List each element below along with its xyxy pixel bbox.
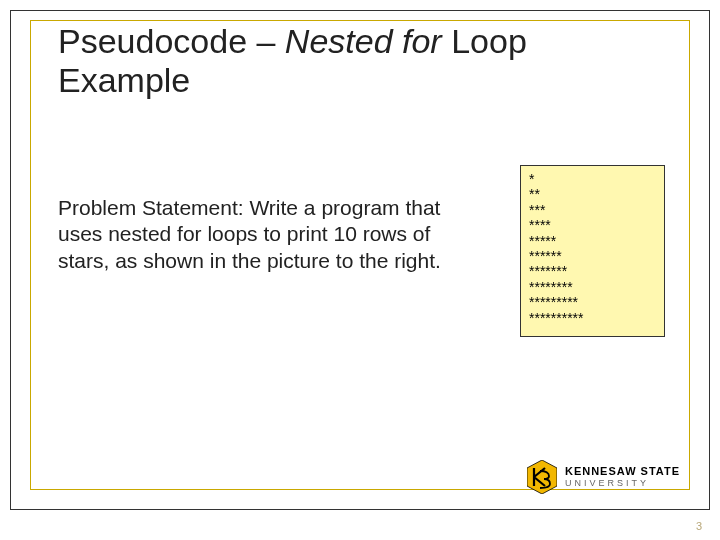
slide-title: Pseudocode – Nested for Loop Example <box>58 22 660 100</box>
title-part1: Pseudocode – <box>58 22 285 60</box>
logo-text: KENNESAW STATE UNIVERSITY <box>565 466 680 488</box>
star-row: ********** <box>529 311 656 326</box>
star-row: * <box>529 172 656 187</box>
university-logo: KENNESAW STATE UNIVERSITY <box>527 460 680 494</box>
page-number: 3 <box>696 520 702 532</box>
star-row: *** <box>529 203 656 218</box>
star-row: ******* <box>529 264 656 279</box>
star-row: ******** <box>529 280 656 295</box>
star-output-box: * ** *** **** ***** ****** ******* *****… <box>520 165 665 337</box>
ks-logo-icon <box>527 460 557 494</box>
star-row: ********* <box>529 295 656 310</box>
logo-line1: KENNESAW STATE <box>565 466 680 477</box>
logo-line2: UNIVERSITY <box>565 479 680 488</box>
problem-statement: Problem Statement: Write a program that … <box>58 195 478 274</box>
title-italic: Nested for <box>285 22 451 60</box>
star-row: ****** <box>529 249 656 264</box>
star-row: **** <box>529 218 656 233</box>
star-row: ***** <box>529 234 656 249</box>
star-row: ** <box>529 187 656 202</box>
